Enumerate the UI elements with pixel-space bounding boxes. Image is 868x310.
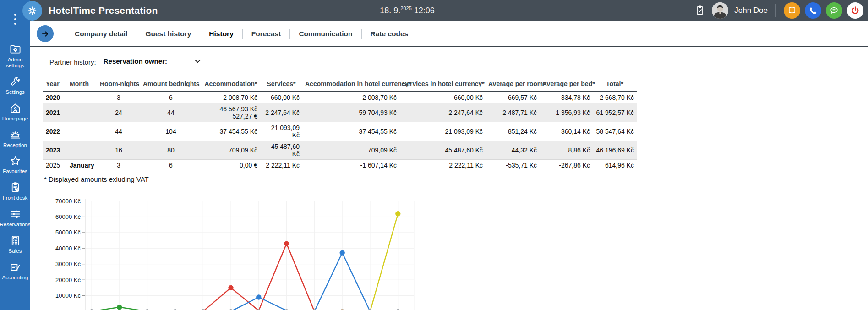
content: Partner history: Reservation owner: Year… [30, 47, 868, 310]
sidebar-item-accounting[interactable]: Accounting [0, 261, 30, 281]
table-cell: 46 567,93 Kč 527,27 € [202, 103, 260, 122]
svg-text:0 Kč: 0 Kč [69, 308, 81, 310]
date-text: 18. 9. [380, 6, 400, 15]
table-cell: 21 093,09 Kč [260, 122, 302, 141]
kebab-menu-icon[interactable] [14, 0, 16, 27]
svg-text:30000 Kč: 30000 Kč [55, 261, 81, 267]
table-cell: 46 196,69 Kč [593, 141, 637, 160]
sidebar-item-sales[interactable]: Sales [0, 234, 30, 254]
sidebar-item-homepage[interactable]: Homepage [0, 102, 30, 122]
sidebar-item-label: Reservations [0, 222, 30, 228]
history-chart: 0 Kč10000 Kč20000 Kč30000 Kč40000 Kč5000… [55, 195, 868, 310]
sidebar-item-label: Reception [3, 142, 27, 148]
sidebar-item-label: Favourites [3, 169, 27, 174]
table-cell: 2022 [43, 122, 67, 141]
collapse-arrow-button[interactable] [37, 25, 54, 42]
tab-communication[interactable]: Communication [290, 30, 361, 38]
book-button[interactable] [784, 2, 800, 19]
table-cell: -267,86 Kč [540, 160, 593, 171]
tab-rate-codes[interactable]: Rate codes [362, 30, 417, 38]
power-button[interactable] [847, 2, 863, 19]
svg-text:40000 Kč: 40000 Kč [55, 245, 81, 252]
table-cell: 669,57 Kč [486, 92, 540, 103]
table-cell: 660,00 Kč [399, 92, 486, 103]
sidebar-item-reservations[interactable]: Reservations [0, 208, 30, 228]
table-cell: 44 [97, 122, 140, 141]
topbar-divider [775, 4, 776, 17]
front-desk-icon [9, 181, 22, 194]
svg-text:70000 Kč: 70000 Kč [55, 198, 81, 205]
table-cell: 2 247,64 Kč [260, 103, 302, 122]
phone-button[interactable] [805, 2, 821, 19]
table-cell: 45 487,60 Kč [260, 141, 302, 160]
table-cell: 334,78 Kč [540, 92, 593, 103]
table-cell: 37 454,55 Kč [302, 122, 399, 141]
favourites-icon [9, 155, 22, 167]
user-name: John Doe [734, 6, 768, 15]
table-cell: 1 356,93 Kč [540, 103, 593, 122]
table-cell: 3 [97, 160, 140, 171]
sidebar-item-label: Admin settings [6, 57, 24, 69]
sales-icon [9, 234, 22, 247]
topbar-right: John Doe [694, 2, 868, 19]
power-icon [850, 5, 860, 16]
app-logo [22, 1, 42, 21]
tab-company-detail[interactable]: Company detail [66, 30, 136, 38]
table-cell: 360,14 Kč [540, 122, 593, 141]
arrow-right-icon [41, 29, 50, 38]
column-header: Accommodation in hotel currency* [302, 77, 399, 92]
gear-logo-icon [26, 5, 38, 17]
table-cell: 44,32 Kč [486, 141, 540, 160]
sidebar-item-label: Accounting [2, 275, 28, 281]
table-cell: 2 008,70 Kč [302, 92, 399, 103]
tasks-clipboard-icon[interactable] [694, 5, 706, 16]
avatar[interactable] [712, 2, 728, 19]
table-cell: 8,86 Kč [540, 141, 593, 160]
line-chart-canvas: 0 Kč10000 Kč20000 Kč30000 Kč40000 Kč5000… [55, 195, 418, 310]
table-cell: -535,71 Kč [486, 160, 540, 171]
sidebar-nav: Admin settingsSettingsHomepageReceptionF… [0, 43, 30, 281]
table-cell: 24 [97, 103, 140, 122]
time-text: 12:06 [414, 6, 435, 15]
table-cell: 2 008,70 Kč [202, 92, 260, 103]
reservations-icon [9, 208, 22, 220]
column-header: Room-nights [97, 77, 140, 92]
tab-forecast[interactable]: Forecast [243, 30, 290, 38]
svg-text:10000 Kč: 10000 Kč [55, 292, 81, 299]
sidebar-item-reception[interactable]: Reception [0, 129, 30, 148]
chat-button[interactable] [826, 2, 842, 19]
table-cell: 2025 [43, 160, 67, 171]
table-cell: 44 [140, 103, 202, 122]
chat-icon [829, 5, 839, 16]
table-cell [67, 122, 97, 141]
column-header: Total* [593, 77, 637, 92]
accounting-icon [9, 261, 22, 273]
table-cell: 614,96 Kč [593, 160, 637, 171]
sidebar-item-favourites[interactable]: Favourites [0, 155, 30, 174]
sidebar-item-settings[interactable]: Settings [0, 76, 30, 95]
sidebar-item-label: Homepage [2, 116, 28, 122]
sidebar-item-admin-settings[interactable]: Admin settings [0, 43, 30, 69]
reception-icon [9, 129, 22, 141]
svg-text:50000 Kč: 50000 Kč [55, 229, 81, 236]
table-cell: -1 607,14 Kč [302, 160, 399, 171]
table-cell [67, 141, 97, 160]
column-header: Amount bednights [140, 77, 202, 92]
table-cell: 2 222,11 Kč [399, 160, 486, 171]
column-header: Accommodation* [202, 77, 260, 92]
column-header: Average per bed* [540, 77, 593, 92]
tab-history[interactable]: History [200, 30, 242, 38]
column-header: Average per room* [486, 77, 540, 92]
tab-guest-history[interactable]: Guest history [136, 30, 200, 38]
table-cell: 3 [97, 92, 140, 103]
column-header: Services in hotel currency* [399, 77, 486, 92]
partner-history-filter: Partner history: Reservation owner: [49, 57, 868, 68]
sidebar-item-label: Sales [9, 248, 22, 254]
reservation-owner-select[interactable]: Reservation owner: [103, 57, 202, 68]
table-cell: January [67, 160, 97, 171]
sidebar-item-label: Settings [5, 89, 25, 95]
sidebar: Admin settingsSettingsHomepageReceptionF… [0, 0, 30, 310]
svg-text:20000 Kč: 20000 Kč [55, 277, 81, 283]
sidebar-item-front-desk[interactable]: Front desk [0, 181, 30, 201]
tabs: Company detailGuest historyHistoryForeca… [66, 21, 417, 46]
